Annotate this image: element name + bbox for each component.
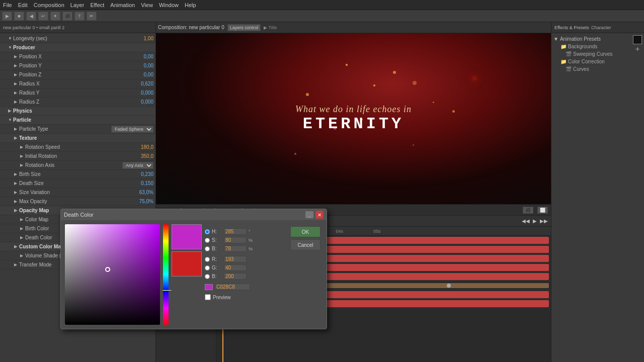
cp-close-button[interactable]: ✕: [315, 211, 324, 219]
prop-init-rotation: ▶ Initial Rotation 350,0: [0, 152, 155, 161]
item-label: Sweeping Curves: [573, 51, 612, 57]
cp-titlebar: Death Color _ ✕: [61, 209, 327, 220]
toolbar-btn-1[interactable]: ▶: [2, 12, 12, 21]
menu-composition[interactable]: Composition: [34, 2, 64, 8]
menu-animation[interactable]: Animation: [110, 2, 135, 8]
timeline-btn-prev[interactable]: ◀◀: [522, 218, 530, 224]
particle: [413, 144, 414, 146]
cp-hue-bar[interactable]: [163, 224, 169, 325]
prop-size-var-value[interactable]: 63,0%: [128, 190, 153, 195]
prop-init-rotation-value[interactable]: 350,0: [128, 153, 153, 159]
toolbar-btn-5[interactable]: ✦: [50, 12, 60, 21]
left-panel-header: new particular 0 • small partil 2: [0, 22, 155, 33]
prop-rotation-axis-select[interactable]: Any Axis: [122, 162, 153, 169]
effect-category-animation: ▼ Animation Presets 📁 Backgrounds 🎬 Swee…: [553, 35, 642, 73]
toolbar-btn-6[interactable]: ⬛: [62, 12, 72, 21]
cp-input-s[interactable]: [224, 237, 247, 243]
cp-gradient-picker[interactable]: [65, 224, 160, 325]
comp-tab[interactable]: Composition: new particular 0: [158, 25, 224, 30]
cp-cancel-button[interactable]: Cancel: [290, 239, 320, 250]
cp-preview-label: Preview: [213, 295, 231, 300]
effect-item-sweeping[interactable]: 🎬 Sweeping Curves: [553, 50, 642, 58]
menu-window[interactable]: Window: [159, 2, 179, 8]
menu-layer[interactable]: Layer: [70, 2, 85, 8]
timeline-btn-play[interactable]: ▶: [533, 218, 537, 224]
particle: [346, 64, 348, 66]
prop-death-size-value[interactable]: 0,150: [128, 180, 153, 186]
right-panel: Effects & Presets Character ▼ Animation …: [551, 22, 644, 362]
cp-radio-s[interactable]: [205, 238, 210, 243]
prop-death-size: ▶ Death Size 0,150: [0, 179, 155, 188]
prop-birth-size: ▶ Birth Size 0,230: [0, 170, 155, 179]
menu-edit[interactable]: Edit: [18, 2, 28, 8]
prop-birth-size-value[interactable]: 0,230: [128, 171, 153, 177]
effect-item-curves[interactable]: 🎬 Curves: [553, 65, 642, 73]
prop-longevity: ▼ Longevity (sec) 1,00: [0, 34, 155, 43]
prop-max-opacity-value[interactable]: 75,0%: [128, 199, 153, 204]
add-color-btn[interactable]: +: [633, 44, 642, 53]
prop-rotation-axis: ▶ Rotation Axis Any Axis: [0, 161, 155, 170]
comp-footer-btn1[interactable]: ⬛: [523, 207, 533, 214]
prop-pos-x-value[interactable]: 0,00: [128, 54, 153, 59]
cp-row-g: G:: [205, 264, 281, 271]
toolbar-btn-3[interactable]: ◀: [26, 12, 36, 21]
prop-rotation-speed-value[interactable]: 180,0: [128, 144, 153, 150]
cp-hex-input[interactable]: [215, 284, 250, 290]
prop-texture: ▶ Texture: [0, 134, 155, 143]
cp-radio-b2[interactable]: [205, 274, 210, 279]
prop-particle-type: ▶ Particle Type Faded Sphere: [0, 125, 155, 134]
prop-producer: ▼ Producer: [0, 43, 155, 52]
cp-preview-old: [172, 251, 202, 277]
prop-rad-z-value[interactable]: 0,000: [128, 99, 153, 105]
item-label: Backgrounds: [568, 44, 597, 49]
menu-view[interactable]: View: [141, 2, 153, 8]
comp-text: What we do in life echoes in ETERNITY: [295, 104, 412, 133]
timeline-btn-next[interactable]: ▶▶: [540, 218, 548, 224]
menu-bar: File Edit Composition Layer Effect Anima…: [0, 0, 644, 10]
menu-effect[interactable]: Effect: [90, 2, 104, 8]
particle: [373, 84, 375, 86]
cp-controls: H: ° S: % B: % R:: [205, 224, 285, 325]
effect-cat-header-animation[interactable]: ▼ Animation Presets: [553, 35, 642, 43]
cp-input-h[interactable]: [224, 228, 247, 235]
prop-rad-x-value[interactable]: 0,620: [128, 81, 153, 86]
effect-item-color-correction[interactable]: 📁 Color Correction: [553, 58, 642, 65]
cp-title: Death Color: [64, 212, 94, 218]
prop-pos-z-value[interactable]: 0,00: [128, 72, 153, 77]
layers-control-btn[interactable]: Layers control: [227, 24, 261, 31]
prop-rotation-speed: ▶ Rotation Speed 180,0: [0, 143, 155, 152]
effect-item-backgrounds[interactable]: 📁 Backgrounds: [553, 43, 642, 50]
cp-minimize[interactable]: _: [305, 211, 313, 218]
right-color-swatch[interactable]: [633, 35, 642, 44]
menu-file[interactable]: File: [3, 2, 12, 8]
toolbar-btn-8[interactable]: ✒: [87, 12, 97, 21]
prop-pos-y-value[interactable]: 0,00: [128, 63, 153, 68]
cp-body: H: ° S: % B: % R:: [61, 220, 327, 329]
prop-particle-type-select[interactable]: Faded Sphere: [111, 126, 153, 133]
menu-help[interactable]: Help: [185, 2, 196, 8]
prop-triangle[interactable]: ▼: [8, 36, 13, 41]
prop-longevity-value[interactable]: 1,00: [128, 36, 153, 41]
comp-footer-btn2[interactable]: ⬜: [537, 207, 548, 214]
cp-ok-button[interactable]: OK: [290, 226, 320, 237]
expand-icon: ▼: [553, 36, 558, 42]
cp-radio-b[interactable]: [205, 246, 210, 251]
prop-rad-y-value[interactable]: 0,000: [128, 90, 153, 96]
cp-input-r[interactable]: [224, 256, 247, 262]
cp-row-b2: B:: [205, 273, 281, 280]
cp-input-g[interactable]: [224, 264, 247, 271]
particle: [433, 102, 434, 103]
cp-radio-h[interactable]: [205, 229, 210, 234]
cp-row-b: B: %: [205, 245, 281, 252]
cp-radio-g[interactable]: [205, 265, 210, 270]
toolbar-btn-7[interactable]: T: [74, 12, 85, 21]
particle: [306, 93, 309, 96]
cp-input-b2[interactable]: [224, 273, 247, 280]
right-color-swatch-area: +: [631, 33, 644, 55]
toolbar-btn-2[interactable]: ■: [14, 12, 24, 21]
cp-preview-checkbox[interactable]: [205, 294, 211, 300]
cp-input-b[interactable]: [224, 245, 247, 252]
toolbar-btn-4[interactable]: ↩: [38, 12, 48, 21]
cp-radio-r[interactable]: [205, 257, 210, 262]
right-panel-tab2[interactable]: Character: [591, 25, 611, 30]
